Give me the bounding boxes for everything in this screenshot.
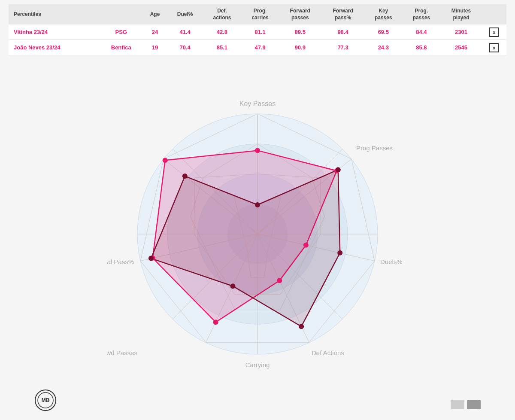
svg-point-32	[255, 202, 260, 207]
col-header-prog-carries: Prog.carries	[242, 4, 279, 24]
player2-name: João Neves 23/24	[9, 40, 100, 55]
col-header-age: Age	[142, 4, 167, 24]
svg-point-33	[336, 167, 341, 172]
player1-remove-button[interactable]: x	[489, 27, 499, 37]
player1-age: 24	[142, 24, 167, 40]
radar-label-carrying: Carrying	[245, 361, 270, 368]
player2-age: 19	[142, 40, 167, 55]
player1-minutes: 2301	[440, 24, 482, 40]
radar-label-prog-passes: Prog Passes	[356, 144, 393, 152]
radar-label-duels: Duels%	[380, 258, 403, 265]
svg-point-27	[303, 243, 309, 248]
svg-point-28	[277, 278, 282, 283]
player2-club: Benfica	[100, 40, 142, 55]
svg-point-36	[230, 283, 236, 289]
player1-key-passes: 69.5	[364, 24, 403, 40]
svg-point-35	[299, 324, 304, 329]
player1-remove-cell: x	[482, 24, 506, 40]
col-header-def: Def.actions	[203, 4, 242, 24]
radar-label-key-passes: Key Passes	[239, 100, 276, 107]
col-header-key-passes: Keypasses	[364, 4, 403, 24]
radar-label-def-actions: Def Actions	[312, 349, 344, 356]
svg-point-34	[337, 250, 342, 256]
player2-prog-passes: 85.8	[403, 40, 441, 55]
logo-text: MB	[42, 397, 50, 403]
svg-point-31	[163, 158, 168, 163]
toggle-box-light[interactable]	[451, 400, 464, 409]
radar-chart-svg: Key Passes Prog Passes Duels% Def Action…	[107, 84, 408, 384]
player2-fwd-passes: 90.9	[279, 40, 321, 55]
svg-point-37	[148, 256, 154, 261]
logo: MB	[34, 389, 57, 411]
table-row: João Neves 23/24 Benfica 19 70.4 85.1 47…	[9, 40, 506, 55]
player2-remove-cell: x	[482, 40, 506, 55]
player1-def: 42.8	[203, 24, 242, 40]
player1-fwd-passes: 89.5	[279, 24, 321, 40]
player2-duel: 70.4	[167, 40, 203, 55]
player1-fwd-pass-pct: 98.4	[321, 24, 364, 40]
logo-svg: MB	[34, 389, 57, 411]
svg-point-38	[182, 173, 188, 179]
player1-duel: 41.4	[167, 24, 203, 40]
player2-remove-button[interactable]: x	[489, 43, 499, 52]
radar-chart-container: Key Passes Prog Passes Duels% Def Action…	[107, 84, 408, 384]
main-container: Percentiles Age Duel% Def.actions Prog.c…	[0, 0, 515, 420]
player1-name: Vitinha 23/24	[9, 24, 100, 40]
player1-prog-passes: 84.4	[403, 24, 441, 40]
col-header-fwd-pass-pct: Forwardpass%	[321, 4, 364, 24]
player2-def: 85.1	[203, 40, 242, 55]
player2-minutes: 2545	[440, 40, 482, 55]
col-header-club	[100, 4, 142, 24]
svg-point-25	[255, 148, 260, 153]
player2-prog-carries: 47.9	[242, 40, 279, 55]
toggle-area	[451, 400, 481, 409]
col-header-fwd-passes: Forwardpasses	[279, 4, 321, 24]
col-header-duel: Duel%	[167, 4, 203, 24]
svg-point-29	[213, 320, 218, 325]
player2-fwd-pass-pct: 77.3	[321, 40, 364, 55]
table-section: Percentiles Age Duel% Def.actions Prog.c…	[0, 0, 515, 55]
toggle-box-dark[interactable]	[467, 400, 481, 409]
col-header-minutes: Minutesplayed	[440, 4, 482, 24]
percentiles-table: Percentiles Age Duel% Def.actions Prog.c…	[9, 4, 506, 55]
col-header-percentiles: Percentiles	[9, 4, 100, 24]
table-row: Vitinha 23/24 PSG 24 41.4 42.8 81.1 89.5…	[9, 24, 506, 40]
player1-prog-carries: 81.1	[242, 24, 279, 40]
player1-club: PSG	[100, 24, 142, 40]
col-header-prog-passes: Prog.passes	[403, 4, 441, 24]
player2-key-passes: 24.3	[364, 40, 403, 55]
radar-label-fwd-passes: Fwd Passes	[107, 349, 137, 356]
radar-label-fwd-pass-pct: Fwd Pass%	[107, 258, 134, 265]
col-header-action	[482, 4, 506, 24]
